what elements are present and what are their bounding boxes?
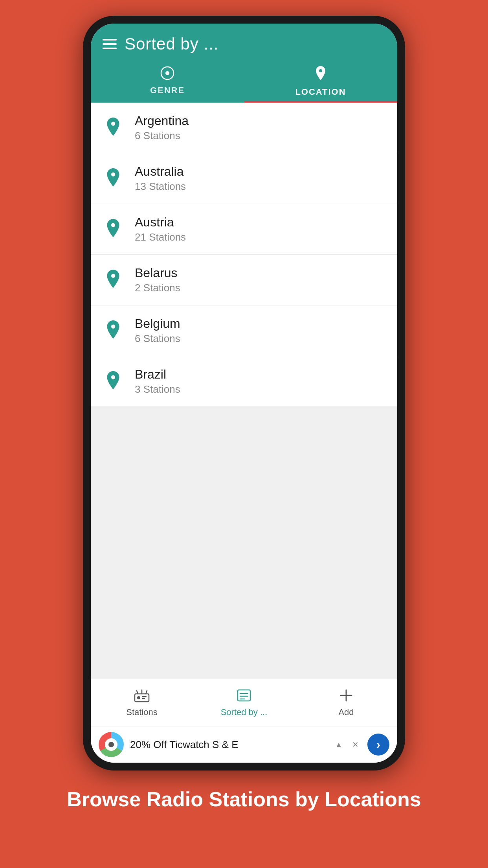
pin-icon xyxy=(103,117,124,138)
location-name: Australia xyxy=(135,164,186,179)
list-item[interactable]: Australia 13 Stations xyxy=(91,153,397,204)
ad-logo-icon xyxy=(99,732,124,757)
location-name: Argentina xyxy=(135,114,189,128)
location-name: Belgium xyxy=(135,316,180,331)
svg-rect-3 xyxy=(135,694,149,702)
sorted-nav-label: Sorted by ... xyxy=(221,707,268,717)
list-item[interactable]: Belarus 2 Stations xyxy=(91,255,397,305)
list-item[interactable]: Argentina 6 Stations xyxy=(91,103,397,153)
tab-location[interactable]: LOCATION xyxy=(244,57,397,103)
location-tab-label: LOCATION xyxy=(295,87,346,97)
add-nav-icon xyxy=(339,688,353,705)
location-tab-icon xyxy=(314,66,327,84)
bottom-navigation: Stations Sorted by ... xyxy=(91,679,397,726)
location-info: Australia 13 Stations xyxy=(135,164,186,193)
svg-rect-6 xyxy=(142,698,145,699)
phone-frame: Sorted by ... GENRE xyxy=(83,16,405,771)
list-item[interactable]: Austria 21 Stations xyxy=(91,204,397,255)
location-info: Belgium 6 Stations xyxy=(135,316,180,345)
nav-add[interactable]: Add xyxy=(295,679,397,726)
radio-icon xyxy=(160,66,174,82)
location-info: Argentina 6 Stations xyxy=(135,114,189,142)
location-info: Austria 21 Stations xyxy=(135,215,186,243)
ad-cta-button[interactable]: › xyxy=(367,734,389,756)
ad-banner: 20% Off Ticwatch S & E ▲ ✕ › xyxy=(91,726,397,763)
nav-stations[interactable]: Stations xyxy=(91,679,193,726)
svg-point-4 xyxy=(137,696,140,699)
ad-arrow-icon: › xyxy=(376,738,380,751)
pin-icon xyxy=(103,320,124,341)
station-count: 6 Stations xyxy=(135,333,180,345)
stations-nav-icon xyxy=(134,688,150,705)
station-count: 3 Stations xyxy=(135,383,180,395)
sorted-nav-icon xyxy=(236,688,252,705)
station-count: 2 Stations xyxy=(135,282,180,294)
ad-info-icon: ▲ xyxy=(335,740,343,749)
location-info: Belarus 2 Stations xyxy=(135,266,180,294)
page-title: Sorted by ... xyxy=(125,35,218,53)
nav-sorted[interactable]: Sorted by ... xyxy=(193,679,295,726)
pin-icon xyxy=(103,168,124,189)
pin-icon xyxy=(103,371,124,392)
hamburger-menu-button[interactable] xyxy=(103,39,117,49)
location-list: Argentina 6 Stations Australia 13 Statio… xyxy=(91,103,397,679)
svg-rect-5 xyxy=(142,696,147,697)
svg-point-2 xyxy=(167,72,168,74)
location-info: Brazil 3 Stations xyxy=(135,367,180,395)
station-count: 21 Stations xyxy=(135,231,186,243)
location-name: Austria xyxy=(135,215,186,230)
page-footer-text: Browse Radio Stations by Locations xyxy=(43,771,444,829)
list-item[interactable]: Belgium 6 Stations xyxy=(91,305,397,356)
station-count: 6 Stations xyxy=(135,130,189,142)
station-count: 13 Stations xyxy=(135,180,186,193)
app-header: Sorted by ... GENRE xyxy=(91,24,397,103)
genre-tab-label: GENRE xyxy=(150,85,185,96)
tab-bar: GENRE LOCATION xyxy=(91,57,397,103)
phone-screen: Sorted by ... GENRE xyxy=(91,24,397,763)
location-name: Belarus xyxy=(135,266,180,280)
stations-nav-label: Stations xyxy=(126,707,158,717)
pin-icon xyxy=(103,219,124,240)
pin-icon xyxy=(103,269,124,291)
list-item[interactable]: Brazil 3 Stations xyxy=(91,356,397,407)
ad-text: 20% Off Ticwatch S & E xyxy=(130,739,328,751)
tab-genre[interactable]: GENRE xyxy=(91,57,244,103)
location-name: Brazil xyxy=(135,367,180,382)
add-nav-label: Add xyxy=(338,707,354,717)
ad-close-icon[interactable]: ✕ xyxy=(352,740,359,749)
